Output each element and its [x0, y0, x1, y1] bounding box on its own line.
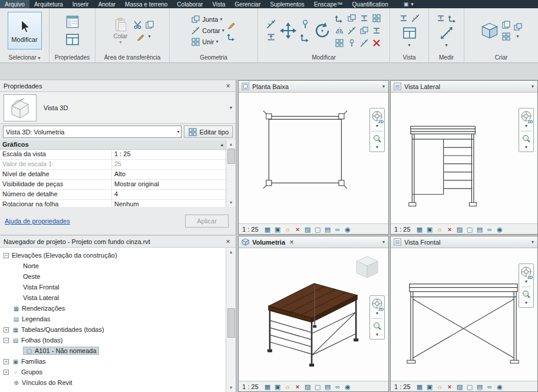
viewport-titlebar[interactable]: Planta Baixa ▾	[239, 81, 388, 93]
crop-view-icon[interactable]: ▢	[313, 382, 322, 391]
tab-enscape[interactable]: Enscape™	[309, 0, 348, 8]
navigation-bar[interactable]: 2D ▾ ▾	[369, 108, 385, 152]
viewport-vista-lateral[interactable]: Vista Lateral ▾	[390, 80, 538, 235]
shadows-icon[interactable]: ▨	[303, 225, 312, 234]
viewport-titlebar[interactable]: Vista Frontal ▾	[391, 236, 537, 248]
instance-selector-combobox[interactable]: Vista 3D: Volumetria ▾	[3, 126, 181, 138]
cut-icon[interactable]	[133, 20, 143, 29]
delete-icon[interactable]	[372, 38, 381, 48]
section-graficos[interactable]: Gráficos ▴	[0, 140, 226, 150]
scroll-down-icon[interactable]: ▼	[226, 198, 236, 207]
view-menu-chevron-icon[interactable]: ▾	[532, 84, 535, 89]
scrollbar-thumb[interactable]	[227, 149, 235, 164]
angle-icon[interactable]	[448, 14, 457, 23]
navbar-chevron-icon[interactable]: ▾	[525, 279, 527, 284]
offset-copy-icon[interactable]	[372, 26, 381, 35]
reveal-hidden-icon[interactable]: ◉	[496, 382, 504, 391]
tree-item-grupos[interactable]: + ▫ Grupos	[0, 367, 226, 377]
navigation-bar[interactable]: 2D ▾ ▾	[519, 108, 534, 152]
drawing-canvas[interactable]: 2D ▾ ▾	[391, 248, 537, 381]
drawing-canvas[interactable]: 2D ▾ ▾	[391, 93, 537, 223]
cut-geometry-tool[interactable]: Cortar▾	[191, 26, 225, 35]
properties-toggle-icon[interactable]	[65, 32, 80, 47]
scale-button[interactable]: 1 : 25	[394, 383, 411, 390]
expander-icon[interactable]: −	[4, 253, 9, 258]
visual-style-icon[interactable]: ▣	[425, 225, 434, 234]
sun-off-icon[interactable]: ×	[445, 382, 454, 391]
hide-isolate-icon[interactable]: ∞	[486, 225, 494, 234]
tab-anotar[interactable]: Anotar	[94, 0, 120, 8]
crop-region-icon[interactable]: ▤	[324, 225, 332, 234]
navigation-wheel-icon[interactable]: 2D	[520, 266, 532, 278]
crop-region-icon[interactable]: ▤	[324, 382, 332, 391]
crop-view-icon[interactable]: ▢	[466, 382, 474, 391]
tree-item-renderizacoes[interactable]: ▦ Renderizações	[0, 303, 226, 314]
view-menu-chevron-icon[interactable]: ▾	[382, 84, 386, 89]
tab-quantification[interactable]: Quantification	[348, 0, 393, 8]
crop-view-icon[interactable]: ▢	[313, 225, 322, 234]
tab-suplementos[interactable]: Suplementos	[265, 0, 309, 8]
tab-arquitetura[interactable]: Arquitetura	[29, 0, 68, 8]
tree-item-elevacoes[interactable]: − Elevações (Elevação da construção)	[0, 250, 226, 261]
viewcube[interactable]	[353, 253, 381, 281]
tab-colaborar[interactable]: Colaborar	[172, 0, 207, 8]
navigation-wheel-icon[interactable]: 2D	[371, 110, 383, 122]
tree-item-folhas[interactable]: − ▤ Folhas (todas)	[0, 335, 226, 345]
measure-icon[interactable]	[439, 25, 454, 41]
navbar-chevron-icon[interactable]: ▾	[376, 311, 378, 316]
vista-panel-chevron-icon[interactable]: ▾	[408, 43, 410, 48]
property-value[interactable]: Alto	[112, 170, 226, 179]
array-icon[interactable]	[372, 14, 381, 23]
collapse-section-icon[interactable]: ▴	[220, 141, 223, 147]
tree-item-a101[interactable]: ▢ A101 - Não nomeada	[0, 345, 226, 356]
sun-off-icon[interactable]: ×	[293, 225, 302, 234]
unir-tool[interactable]: Unir▾	[191, 37, 225, 47]
tab-massa-e-terreno[interactable]: Massa e terreno	[120, 0, 172, 8]
crop-region-icon[interactable]: ▤	[476, 225, 484, 234]
move-icon[interactable]	[279, 21, 298, 40]
type-selector[interactable]: Vista 3D ▾	[0, 92, 236, 124]
view-menu-chevron-icon[interactable]: ▾	[532, 239, 535, 245]
crop-view-icon[interactable]: ▢	[466, 225, 474, 234]
property-value[interactable]: 1 : 25	[112, 150, 226, 159]
match-type-icon[interactable]	[136, 32, 146, 41]
navigation-bar[interactable]: 2D ▾ ▾	[519, 263, 534, 308]
tree-item-vista-lateral[interactable]: Vista Lateral	[0, 292, 226, 303]
join-elements-icon[interactable]	[359, 26, 369, 35]
drawing-canvas[interactable]: 2D ▾ ▾	[239, 248, 388, 381]
viewport-planta-baixa[interactable]: Planta Baixa ▾ 2D ▾ ▾	[238, 80, 389, 235]
detail-level-icon[interactable]: ▦	[263, 225, 272, 234]
property-value[interactable]: 4	[112, 190, 226, 199]
tree-item-norte[interactable]: Norte	[0, 261, 226, 271]
navbar-chevron-icon[interactable]: ▾	[376, 332, 378, 337]
viewport-volumetria[interactable]: Volumetria × ▾	[238, 236, 389, 392]
sun-off-icon[interactable]: ×	[293, 382, 302, 391]
tab-arquivo[interactable]: Arquivo	[0, 0, 29, 8]
drawing-canvas[interactable]: 2D ▾ ▾	[239, 93, 388, 223]
criar-panel-chevron-icon[interactable]: ▾	[516, 34, 519, 39]
copy-icon[interactable]	[145, 20, 154, 29]
properties-scrollbar[interactable]: ▲ ▼	[226, 140, 236, 207]
scroll-down-icon[interactable]: ▼	[226, 383, 236, 392]
browser-titlebar[interactable]: Navegador de projeto - Projeto com fundo…	[0, 236, 236, 248]
visual-style-icon[interactable]: ▣	[273, 225, 282, 234]
properties-titlebar[interactable]: Propriedades ×	[0, 80, 236, 92]
detail-level-icon[interactable]: ▦	[415, 225, 424, 234]
join-tool[interactable]: Junta▾	[191, 15, 225, 24]
override-graphics-icon[interactable]	[411, 14, 420, 23]
align-icon[interactable]	[335, 14, 344, 23]
panel-label-selecionar[interactable]: Selecionar ▾	[0, 54, 49, 62]
create-parts-icon[interactable]	[513, 22, 523, 32]
tree-item-legendas[interactable]: ▤ Legendas	[0, 314, 226, 324]
ribbon-state-icon[interactable]: ▣	[404, 1, 409, 7]
tree-item-vinculos[interactable]: ⊕ Vínculos do Revit	[0, 377, 226, 388]
shadows-icon[interactable]: ▨	[456, 382, 464, 391]
navbar-chevron-icon[interactable]: ▾	[525, 123, 527, 129]
zoom-tool-icon[interactable]	[372, 134, 382, 143]
ribbon-state-chevron-icon[interactable]: ▾	[411, 1, 414, 7]
hide-elements-icon[interactable]	[399, 14, 408, 23]
viewport-titlebar[interactable]: Vista Lateral ▾	[391, 81, 537, 93]
zoom-tool-icon[interactable]	[522, 134, 531, 143]
rotate-icon[interactable]	[313, 21, 332, 40]
sun-path-icon[interactable]: ☼	[435, 382, 444, 391]
